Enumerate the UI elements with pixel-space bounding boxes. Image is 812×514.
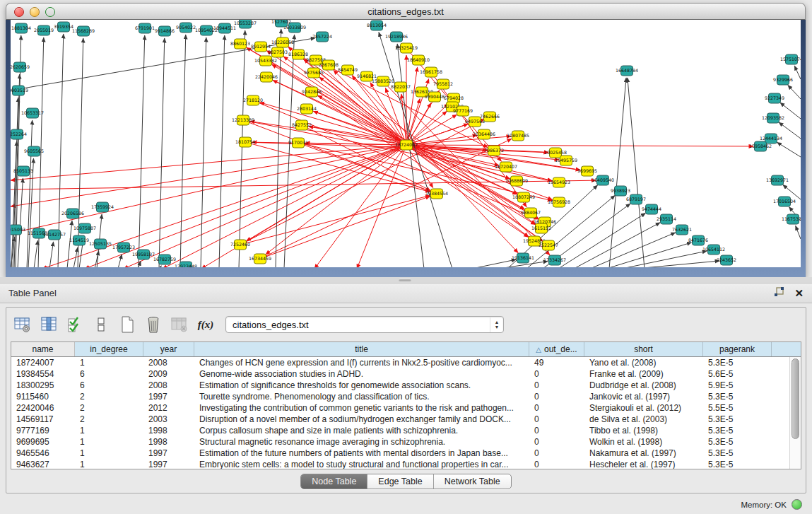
network-node[interactable]: 10653317 [21, 108, 44, 118]
network-node[interactable]: 2367608 [319, 60, 339, 70]
select-all-columns-button[interactable] [64, 315, 86, 334]
network-node[interactable]: 8813054 [367, 21, 387, 30]
table-row[interactable]: 1456911722003Disruption of a novel membe… [11, 414, 801, 425]
network-node[interactable]: 16756928 [548, 197, 570, 207]
tab-edge-table[interactable]: Edge Table [367, 474, 433, 489]
network-node[interactable]: 12093582 [762, 113, 784, 123]
citation-edge-black[interactable] [160, 266, 161, 267]
network-node[interactable]: 12923448 [175, 262, 197, 267]
column-visibility-button[interactable] [38, 315, 59, 334]
network-node[interactable]: 7857224 [312, 32, 332, 42]
network-node[interactable]: 17359924 [91, 202, 114, 212]
citation-edge-red[interactable] [302, 125, 580, 170]
network-window-titlebar[interactable]: citations_edges.txt [6, 3, 806, 20]
column-header-name[interactable]: name [11, 342, 75, 356]
network-node[interactable]: 12213389 [232, 115, 254, 125]
resize-grip[interactable] [399, 279, 411, 281]
network-node[interactable]: 2718120 [243, 95, 263, 105]
network-node[interactable]: 12142757 [43, 230, 66, 240]
network-node[interactable]: 15751074 [780, 54, 801, 64]
network-node[interactable]: 3915093 [11, 225, 25, 235]
citation-edge-black[interactable] [284, 35, 295, 267]
network-canvas[interactable]: 8860123891295418226058982750310543382818… [11, 20, 801, 267]
network-node[interactable]: 9243652 [717, 255, 736, 265]
network-node[interactable]: 9474444 [642, 204, 661, 214]
citation-edge-black[interactable] [636, 261, 719, 267]
panel-resize-divider[interactable] [0, 277, 812, 283]
citation-edge-red[interactable] [406, 145, 753, 146]
tab-node-table[interactable]: Node Table [301, 474, 367, 489]
float-panel-icon[interactable] [774, 287, 784, 299]
network-node[interactable]: 11568289 [72, 26, 95, 36]
citation-edge-black[interactable] [609, 78, 626, 267]
citation-edge-black[interactable] [472, 259, 516, 267]
citation-edge-black[interactable] [118, 255, 122, 267]
citation-edge-black[interactable] [159, 38, 165, 267]
citation-edge-black[interactable] [219, 35, 225, 267]
network-node[interactable]: 17016504 [773, 197, 796, 206]
table-selector-dropdown[interactable]: citations_edges.txt ▲▼ [225, 316, 504, 333]
function-builder-button[interactable]: f(x) [195, 315, 216, 334]
network-node[interactable]: 13692971 [766, 175, 789, 185]
citation-edge-red[interactable] [250, 121, 406, 145]
delete-column-button[interactable] [143, 315, 164, 334]
citation-edge-black[interactable] [73, 247, 78, 267]
table-row[interactable]: 2242004622012Investigating the contribut… [11, 402, 801, 414]
network-node[interactable]: 20206586 [61, 209, 84, 218]
memory-status-indicator[interactable] [792, 499, 802, 510]
column-header-in_degree[interactable]: in_degree [75, 342, 143, 356]
network-node[interactable]: 11675335 [782, 214, 801, 224]
network-node[interactable]: 16961758 [420, 67, 442, 77]
network-node[interactable]: 6879197 [626, 194, 646, 204]
network-node[interactable]: 2620659 [11, 62, 30, 72]
citation-edge-red[interactable] [260, 139, 512, 259]
network-node[interactable]: 9699695 [577, 166, 597, 176]
network-node[interactable]: 7632621 [672, 225, 692, 235]
citation-edge-black[interactable] [180, 35, 186, 267]
table-row[interactable]: 1938455462009Genome-wide association stu… [11, 368, 801, 380]
citation-edge-black[interactable] [34, 240, 38, 267]
citation-edge-black[interactable] [777, 142, 801, 157]
network-node[interactable]: 16782759 [153, 255, 176, 264]
tab-network-table[interactable]: Network Table [433, 474, 511, 489]
network-node[interactable]: 18640910 [407, 55, 430, 65]
network-graph[interactable]: 8860123891295418226058982750310543382818… [11, 20, 801, 267]
table-row[interactable]: 946554611997Estimation of the future num… [11, 448, 801, 459]
network-node[interactable]: 18807249 [512, 192, 535, 202]
network-node[interactable]: 3919354 [54, 22, 73, 32]
citation-edge-black[interactable] [574, 223, 660, 267]
table-row[interactable]: 1872400712008Changes of HCN gene express… [11, 357, 801, 368]
network-node[interactable]: 7955812 [433, 79, 453, 89]
network-node[interactable]: 19384554 [425, 189, 448, 199]
network-node[interactable]: 8822037 [391, 82, 411, 92]
network-node[interactable]: 9227349 [765, 93, 784, 103]
network-node[interactable]: 17334267 [543, 255, 566, 265]
citation-edge-black[interactable] [590, 233, 676, 267]
column-header-year[interactable]: year [143, 342, 194, 356]
citation-edge-black[interactable] [622, 251, 707, 267]
network-node[interactable]: 1615152 [531, 223, 551, 233]
delete-table-button[interactable] [169, 315, 190, 334]
network-node[interactable]: 19218986 [385, 32, 408, 42]
network-node[interactable]: 9375685 [304, 68, 324, 78]
citation-edge-red[interactable] [266, 145, 406, 255]
citation-edge-black[interactable] [558, 213, 646, 267]
table-row[interactable]: 1830029562008Estimation of significance … [11, 380, 801, 391]
table-row[interactable]: 977716911998Corpus callosum shape and si… [11, 425, 801, 436]
column-header-out_de[interactable]: △out_de... [529, 342, 584, 356]
scrollbar-thumb[interactable] [792, 358, 799, 439]
network-node[interactable]: 2055019 [34, 25, 54, 35]
network-node[interactable]: 9170031 [288, 138, 308, 148]
column-header-pagerank[interactable]: pagerank [703, 342, 772, 356]
column-header-short[interactable]: short [584, 342, 703, 356]
close-panel-icon[interactable]: ✕ [794, 288, 804, 298]
network-node[interactable]: 19495759 [555, 156, 577, 165]
network-node[interactable]: 10975887 [73, 223, 96, 233]
network-node[interactable]: 1154519 [69, 235, 89, 245]
citation-edge-black[interactable] [796, 226, 801, 239]
network-node[interactable]: 9914866 [155, 26, 175, 36]
network-node[interactable]: 9884067 [521, 208, 541, 218]
network-node[interactable]: 2803144 [297, 104, 317, 114]
network-node[interactable]: 8186328 [288, 49, 308, 59]
network-node[interactable]: 6791901 [135, 23, 155, 33]
